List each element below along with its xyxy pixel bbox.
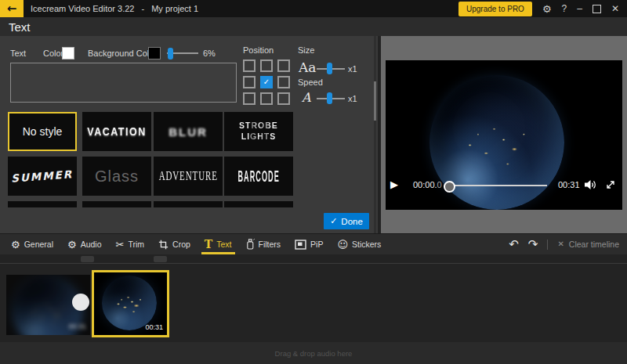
tab-label: Text [216, 240, 231, 249]
position-checkbox-bottom-left[interactable] [243, 92, 256, 105]
divider [547, 240, 548, 250]
tab-crop[interactable]: Crop [157, 234, 192, 254]
text-input[interactable] [10, 63, 237, 103]
tab-filters[interactable]: Filters [245, 234, 283, 254]
tab-audio[interactable]: ⚙ Audio [66, 234, 103, 254]
position-checkbox-middle-left[interactable] [243, 76, 256, 88]
position-checkbox-middle-right[interactable] [277, 76, 290, 88]
minimize-button[interactable]: – [577, 3, 582, 14]
speed-glyph: A [302, 90, 311, 105]
crop-icon [158, 240, 169, 250]
style-tile-partial[interactable] [154, 201, 223, 207]
tab-label: General [24, 240, 53, 249]
size-glyph: Aa [299, 59, 316, 75]
style-tile-adventure[interactable]: ADVENTURE [154, 157, 223, 196]
selected-video-clip[interactable]: 00:31 [92, 270, 169, 337]
tab-pip[interactable]: PiP [293, 234, 324, 254]
app-title: Icecream Video Editor 3.22 [31, 4, 134, 13]
panel-scrollbar-thumb[interactable] [374, 81, 376, 121]
tab-text[interactable]: T Text [203, 234, 234, 254]
current-time: 00:00.0 [413, 180, 442, 189]
timeline-ruler [0, 263, 627, 264]
upgrade-to-pro-button[interactable]: Upgrade to PRO [458, 2, 532, 16]
size-slider-handle[interactable] [327, 63, 332, 74]
style-tile-barcode[interactable]: BARCODE [224, 157, 293, 196]
position-checkbox-top-left[interactable] [243, 59, 256, 72]
speed-label: Speed [298, 77, 323, 87]
panel-scrollbar[interactable] [374, 36, 376, 233]
audio-track-dropzone[interactable]: Drag & drop audio here [0, 342, 627, 364]
clip-marker [154, 256, 167, 262]
position-checkbox-middle-center[interactable]: ✓ [260, 76, 273, 88]
titlebar-controls: Upgrade to PRO ⚙ ? – ✕ [458, 2, 619, 16]
tab-label: Stickers [352, 240, 381, 249]
tab-label: PiP [310, 240, 323, 249]
position-label: Position [243, 45, 274, 55]
clear-timeline-label: Clear timeline [569, 240, 619, 249]
style-tile-partial[interactable] [224, 201, 293, 207]
tab-stickers[interactable]: ☺ Stickers [335, 234, 382, 254]
smiley-icon: ☺ [337, 240, 348, 250]
drag-cursor-dot [72, 294, 89, 311]
play-button[interactable]: ▶ [390, 179, 398, 189]
style-tile-partial[interactable] [8, 201, 77, 207]
style-tile-strobe-lights[interactable]: STROBE LIGHTS [224, 112, 293, 151]
check-icon: ✓ [263, 78, 270, 86]
size-label: Size [298, 45, 314, 55]
audio-drop-hint: Drag & drop audio here [275, 349, 353, 358]
tab-label: Filters [259, 240, 281, 249]
help-button[interactable]: ? [562, 3, 567, 14]
style-tile-summer[interactable]: SUMMER [8, 157, 77, 196]
speed-slider-handle[interactable] [327, 92, 332, 104]
background-opacity-value: 6% [203, 49, 216, 58]
title-bar: ← Icecream Video Editor 3.22 - My projec… [0, 0, 627, 17]
style-tile-no-style[interactable]: No style [8, 112, 77, 151]
style-tile-vacation[interactable]: VACATION [82, 112, 151, 151]
volume-icon[interactable] [584, 179, 597, 190]
style-tile-glass[interactable]: Glass [82, 157, 151, 196]
app-window: ← Icecream Video Editor 3.22 - My projec… [0, 0, 627, 364]
close-button[interactable]: ✕ [611, 4, 619, 13]
filter-bottle-icon [246, 239, 255, 250]
maximize-button[interactable] [593, 5, 601, 13]
back-button[interactable]: ← [0, 0, 24, 17]
text-icon: T [205, 238, 212, 250]
tab-trim[interactable]: ✂ Trim [114, 234, 147, 254]
done-button[interactable]: ✓ Done [324, 213, 369, 229]
background-color-swatch[interactable] [148, 47, 161, 59]
background-opacity-slider-handle[interactable] [168, 48, 173, 59]
preview-panel: ▶ 00:00.0 00:31 [381, 36, 627, 233]
earth-thumbnail [102, 276, 157, 330]
text-settings-panel: Text Color Background Color 6% Position … [0, 36, 378, 233]
position-checkbox-bottom-center[interactable] [260, 92, 273, 105]
scissors-icon: ✂ [116, 240, 125, 250]
color-label: Color [43, 49, 63, 58]
duration: 00:31 [558, 180, 580, 189]
tab-general[interactable]: ⚙ General [9, 234, 55, 254]
done-label: Done [341, 217, 363, 226]
redo-icon[interactable]: ↷ [528, 237, 538, 251]
style-label: BARCODE [237, 167, 279, 185]
title-separator: - [141, 4, 144, 13]
seek-handle[interactable] [444, 181, 455, 193]
clip-duration-label: 00:31 [145, 323, 163, 331]
window-title: Icecream Video Editor 3.22 - My project … [31, 4, 198, 13]
fullscreen-icon[interactable] [605, 179, 616, 190]
clear-timeline-button[interactable]: ✕ Clear timeline [557, 240, 619, 249]
tab-label: Crop [172, 240, 190, 249]
position-checkbox-top-center[interactable] [260, 59, 273, 72]
clear-x-icon: ✕ [557, 240, 564, 248]
position-checkbox-top-right[interactable] [277, 59, 290, 72]
position-checkbox-bottom-right[interactable] [277, 92, 290, 105]
tools-toolbar: ⚙ General ⚙ Audio ✂ Trim Crop T Text [0, 233, 627, 255]
settings-gear-icon[interactable]: ⚙ [542, 4, 552, 14]
undo-icon[interactable]: ↶ [509, 237, 519, 251]
seek-bar[interactable] [448, 185, 547, 186]
text-color-swatch[interactable] [62, 47, 74, 59]
style-label: ADVENTURE [158, 168, 217, 185]
style-tile-blur[interactable]: BLUR [154, 112, 223, 151]
tab-label: Trim [128, 240, 144, 249]
speed-value: x1 [348, 94, 357, 103]
panel-header [0, 17, 627, 36]
style-tile-partial[interactable] [82, 201, 151, 207]
